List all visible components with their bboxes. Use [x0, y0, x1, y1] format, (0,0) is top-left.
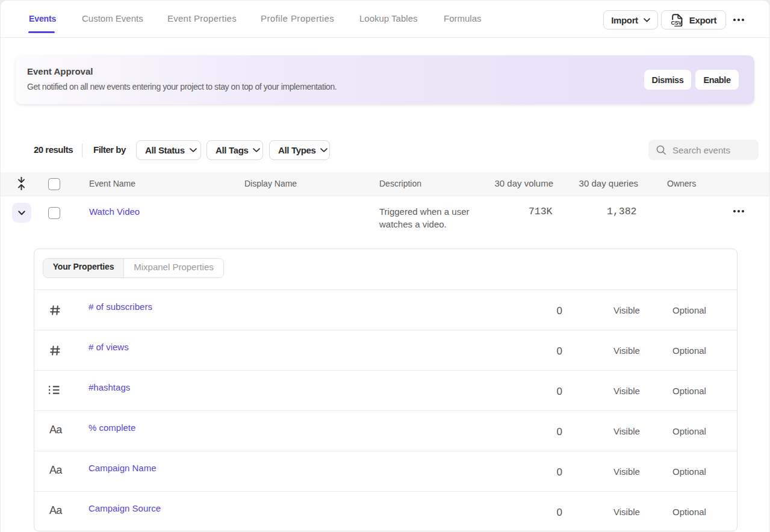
svg-text:CSV: CSV: [671, 19, 682, 25]
